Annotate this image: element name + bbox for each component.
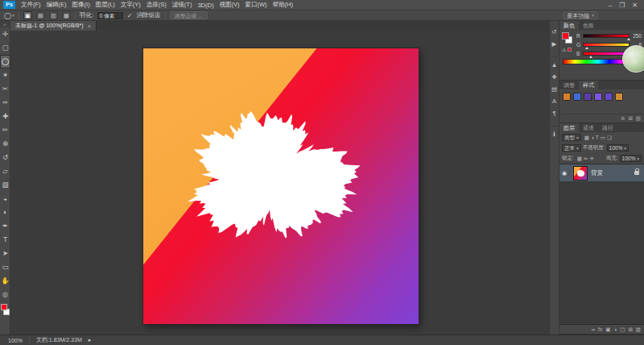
antialias-checkbox[interactable]: ✓ <box>127 12 133 19</box>
type-tool[interactable]: T <box>0 233 10 247</box>
filter-kind-dropdown[interactable]: 类型 ▾ <box>562 134 581 141</box>
document-canvas[interactable] <box>143 48 419 324</box>
hand-tool[interactable]: ✋ <box>0 274 10 288</box>
foreground-color-swatch[interactable] <box>562 32 569 39</box>
adjustment-layer-icon[interactable]: ◑ <box>613 326 617 332</box>
blur-tool[interactable]: ◒ <box>0 192 10 206</box>
crop-tool[interactable]: ✂ <box>0 82 10 96</box>
layer-thumbnail[interactable] <box>573 166 588 181</box>
close-tab-icon[interactable]: × <box>88 23 92 30</box>
paragraph-panel-icon[interactable]: ¶ <box>550 107 559 119</box>
refine-edge-button[interactable]: 调整边缘… <box>170 11 208 19</box>
move-tool[interactable]: ✛ <box>0 27 10 41</box>
feather-input[interactable]: 0 像素 <box>97 12 123 19</box>
delete-layer-icon[interactable]: ▥ <box>636 326 641 333</box>
new-style-icon[interactable]: ⊞ <box>628 115 632 122</box>
tab-color[interactable]: 颜色 <box>559 21 579 30</box>
layer-group-icon[interactable]: ▢ <box>620 326 625 333</box>
fill-dropdown[interactable]: 100% ▾ <box>620 155 642 162</box>
opacity-dropdown[interactable]: 100% ▾ <box>607 144 629 152</box>
slider-thumb[interactable] <box>589 56 592 58</box>
new-layer-icon[interactable]: ⊞ <box>628 326 632 333</box>
menu-type[interactable]: 文字(Y) <box>121 1 141 9</box>
menu-help[interactable]: 帮助(H) <box>273 1 293 9</box>
menu-edit[interactable]: 编辑(E) <box>47 1 67 9</box>
marquee-tool[interactable]: ▢ <box>0 41 10 55</box>
actions-panel-icon[interactable]: ▶ <box>550 38 559 50</box>
gradient-tool[interactable]: ▨ <box>0 178 10 192</box>
filter-shape-icon[interactable]: ▭ <box>601 135 605 141</box>
info-panel-icon[interactable]: ℹ <box>550 128 559 140</box>
libraries-panel-icon[interactable]: ▤ <box>550 83 559 95</box>
workspace-switcher[interactable]: 基本功能 ▾ <box>563 11 598 19</box>
clone-stamp-tool[interactable]: ⊕ <box>0 137 10 151</box>
path-select-tool[interactable]: ➤ <box>0 247 10 260</box>
subtract-selection-button[interactable]: ▥ <box>49 11 58 19</box>
lock-transparency-icon[interactable]: ▦ <box>577 156 582 162</box>
adjustments-panel-icon[interactable]: ▲ <box>550 59 559 71</box>
minimize-button[interactable]: – <box>609 2 612 9</box>
layer-row-background[interactable]: ◉ 背景 <box>559 164 644 182</box>
foreground-color-swatch[interactable] <box>1 304 7 310</box>
style-swatch[interactable] <box>573 93 581 101</box>
style-swatch[interactable] <box>605 93 613 101</box>
tab-swatches[interactable]: 色板 <box>579 21 598 30</box>
lock-position-icon[interactable]: ✛ <box>589 156 593 162</box>
filter-smart-icon[interactable]: ❏ <box>607 135 612 141</box>
lasso-tool[interactable]: ◯ <box>0 55 10 69</box>
red-value[interactable]: 250 <box>631 33 642 39</box>
menu-view[interactable]: 视图(V) <box>219 1 239 9</box>
menu-3d[interactable]: 3D(D) <box>197 2 213 9</box>
style-swatch[interactable] <box>615 93 623 101</box>
dodge-tool[interactable]: ◐ <box>0 206 10 219</box>
slider-thumb[interactable] <box>627 38 630 40</box>
delete-style-icon[interactable]: ▥ <box>636 115 641 122</box>
layer-mask-icon[interactable]: ▣ <box>605 326 610 333</box>
character-panel-icon[interactable]: A <box>550 95 559 107</box>
eraser-tool[interactable]: ▱ <box>0 164 10 178</box>
red-slider[interactable] <box>583 34 630 38</box>
magic-wand-tool[interactable]: ✶ <box>0 69 10 82</box>
blend-mode-dropdown[interactable]: 正常 ▾ <box>562 144 581 152</box>
slider-thumb[interactable] <box>585 47 588 49</box>
green-slider[interactable] <box>583 43 630 47</box>
intersect-selection-button[interactable]: ▦ <box>62 11 71 19</box>
close-button[interactable]: ✕ <box>632 2 638 9</box>
healing-brush-tool[interactable]: ✚ <box>0 110 10 123</box>
status-expand-icon[interactable]: ▸ <box>89 337 92 343</box>
filter-type-icon[interactable]: T <box>596 135 599 141</box>
menu-layer[interactable]: 图层(L) <box>96 1 115 9</box>
style-swatch[interactable] <box>584 93 592 101</box>
tab-adjustments[interactable]: 调整 <box>559 81 579 89</box>
style-swatch[interactable] <box>563 93 571 101</box>
menu-window[interactable]: 窗口(W) <box>245 1 266 9</box>
filter-adjustment-icon[interactable]: ◑ <box>591 135 594 141</box>
tab-styles[interactable]: 样式 <box>579 81 598 89</box>
gamut-color-swatch[interactable] <box>568 48 572 52</box>
history-panel-icon[interactable]: ↺ <box>550 26 559 38</box>
menu-select[interactable]: 选择(S) <box>147 1 167 9</box>
lock-pixels-icon[interactable]: ✏ <box>584 156 588 162</box>
zoom-level-field[interactable]: 100% <box>8 338 23 343</box>
menu-image[interactable]: 图像(I) <box>72 1 90 9</box>
tab-channels[interactable]: 通道 <box>579 123 598 132</box>
menu-filter[interactable]: 滤镜(T) <box>172 1 192 9</box>
document-tab[interactable]: 未标题-1 @ 100%(RGB/8*) × <box>10 21 97 31</box>
brush-tool[interactable]: ✏ <box>0 123 10 137</box>
style-swatch[interactable] <box>594 93 602 101</box>
styles-panel-icon[interactable]: ❖ <box>550 71 559 83</box>
eyedropper-tool[interactable]: ✑ <box>0 96 10 110</box>
new-selection-button[interactable]: ▣ <box>23 11 32 19</box>
filter-pixel-icon[interactable]: ▦ <box>584 135 589 141</box>
shape-tool[interactable]: ▭ <box>0 260 10 274</box>
clear-style-icon[interactable]: ⊘ <box>621 115 625 122</box>
link-layers-icon[interactable]: ∞ <box>591 326 595 332</box>
restore-button[interactable]: ❐ <box>619 2 625 9</box>
pen-tool[interactable]: ✒ <box>0 219 10 233</box>
layer-style-icon[interactable]: fx <box>598 326 602 332</box>
lasso-tool-icon[interactable]: ◯ ▾ <box>4 12 14 19</box>
tab-layers[interactable]: 图层 <box>559 123 579 132</box>
layer-visibility-icon[interactable]: ◉ <box>559 170 570 177</box>
history-brush-tool[interactable]: ↺ <box>0 151 10 164</box>
add-selection-button[interactable]: ▤ <box>36 11 45 19</box>
